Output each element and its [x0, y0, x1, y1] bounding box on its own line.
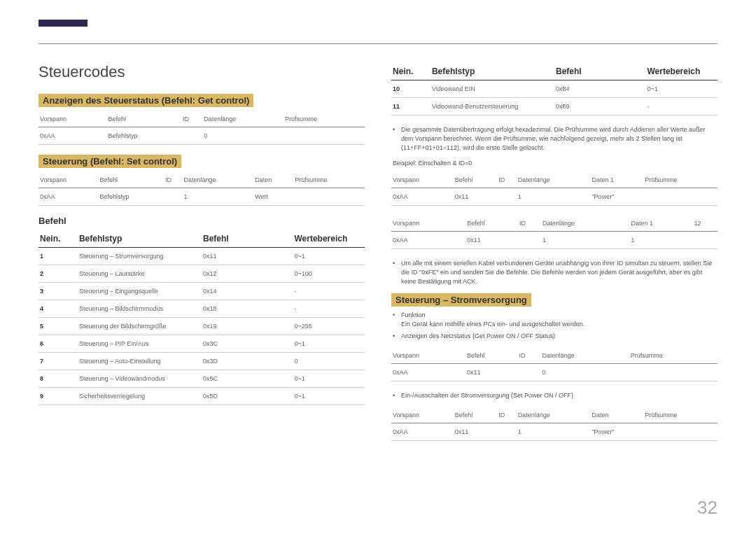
- td: 4: [38, 300, 78, 318]
- note-item: Anzeigen des Netzstatus (Get Power ON / …: [401, 332, 718, 341]
- th: Befehl: [465, 348, 518, 364]
- th: Datenlänge: [202, 111, 284, 127]
- td: 0x84: [554, 80, 645, 98]
- td: Befehlstyp: [106, 127, 181, 145]
- td: [518, 364, 541, 381]
- td: Sicherheitsverriegelung: [78, 388, 202, 405]
- td: -: [293, 283, 365, 300]
- section-heading-befehl: Befehl: [38, 216, 365, 226]
- th: Daten: [253, 172, 293, 188]
- th: Daten 1: [590, 172, 643, 188]
- example-table-2: Vorspann Befehl ID Datenlänge Daten 1 12…: [391, 216, 718, 249]
- td: 0x11: [202, 248, 293, 265]
- td: 8: [38, 370, 78, 388]
- td: 0~100: [293, 265, 365, 283]
- command-table-right: Nein. Befehlstyp Befehl Wertebereich 10V…: [391, 63, 718, 115]
- note-item: Ein-/Ausschalten der Stromversorgung (Se…: [401, 391, 718, 400]
- td: Videowand EIN: [430, 80, 554, 98]
- th: Befehl: [98, 172, 164, 188]
- td: 0x12: [202, 265, 293, 283]
- section-heading-set-control: Steuerung (Befehl: Set control): [38, 155, 181, 168]
- th: Vorspann: [391, 172, 454, 188]
- th: Wertebereich: [645, 63, 718, 80]
- td: 1: [517, 188, 591, 206]
- th: ID: [164, 172, 182, 188]
- power-table-1: Vorspann Befehl ID Datenlänge Prüfsumme …: [391, 348, 718, 381]
- th: Prüfsumme: [643, 172, 718, 188]
- example-label: Beispiel: Einschalten & ID=0: [391, 160, 718, 167]
- td: Steuerung – Bildschirmmodus: [78, 300, 202, 318]
- td: 0x11: [465, 232, 518, 249]
- td: 2: [38, 265, 78, 283]
- td: [293, 188, 365, 206]
- power-table-2: Vorspann Befehl ID Datenlänge Daten Prüf…: [391, 407, 718, 441]
- td: 0x3D: [202, 353, 293, 370]
- td: 1: [630, 232, 693, 249]
- td: 6: [38, 335, 78, 353]
- set-control-table: Vorspann Befehl ID Datenlänge Daten Prüf…: [38, 172, 365, 206]
- td: 0~1: [645, 80, 718, 98]
- th: Nein.: [391, 63, 430, 80]
- td: 5: [38, 318, 78, 335]
- td: 0~255: [293, 318, 365, 335]
- td: 0: [293, 353, 365, 370]
- th: Vorspann: [38, 111, 106, 127]
- th: Prüfsumme: [643, 407, 718, 423]
- td: 1: [182, 188, 253, 206]
- th: ID: [518, 348, 541, 364]
- td: 0xAA: [391, 232, 465, 249]
- th: Befehl: [202, 230, 293, 248]
- th: ID: [518, 216, 541, 232]
- note-item: Die gesammte Datenübertragung erfolgt he…: [401, 125, 718, 153]
- td: -: [645, 98, 718, 115]
- page-number: 32: [697, 497, 718, 519]
- td: 0xAA: [391, 423, 454, 441]
- td: 0: [202, 127, 284, 145]
- td: 1: [517, 423, 591, 441]
- td: 1: [38, 248, 78, 265]
- th: Datenlänge: [517, 407, 591, 423]
- th: Vorspann: [38, 172, 98, 188]
- power-bullets-2: Ein-/Ausschalten der Stromversorgung (Se…: [391, 391, 718, 400]
- td: Steuerung – Stromversorgung: [78, 248, 202, 265]
- td: [518, 232, 541, 249]
- th: Vorspann: [391, 216, 465, 232]
- td: 0~1: [293, 248, 365, 265]
- td: 0x5D: [202, 388, 293, 405]
- th: Prüfsumme: [629, 348, 718, 364]
- note-item: Um alle mit einem seriellen Kabel verbun…: [401, 259, 718, 286]
- th: ID: [497, 172, 516, 188]
- th: Daten 1: [630, 216, 693, 232]
- command-table-left: Nein. Befehlstyp Befehl Wertebereich 1St…: [38, 230, 365, 405]
- td: [629, 364, 718, 381]
- notes-list-2: Um alle mit einem seriellen Kabel verbun…: [391, 259, 718, 286]
- td: 10: [391, 80, 430, 98]
- td: 9: [38, 388, 78, 405]
- header-accent-bar: [38, 20, 88, 27]
- td: [497, 423, 516, 441]
- td: Befehlstyp: [98, 188, 164, 206]
- two-column-layout: Steuercodes Anzeigen des Steuerstatus (B…: [38, 63, 718, 451]
- td: 0xAA: [38, 188, 98, 206]
- td: 0x11: [454, 188, 497, 206]
- th: Nein.: [38, 230, 78, 248]
- th: Prüfsumme: [293, 172, 365, 188]
- td: 0x19: [202, 318, 293, 335]
- td: Steuerung – Auto-Einstellung: [78, 353, 202, 370]
- th: ID: [497, 407, 516, 423]
- td: 0x5C: [202, 370, 293, 388]
- td: 0xAA: [38, 127, 106, 145]
- td: Steuerung – Lautstärke: [78, 265, 202, 283]
- th: Befehl: [465, 216, 518, 232]
- th: ID: [181, 111, 202, 127]
- td: 11: [391, 98, 430, 115]
- right-column: Nein. Befehlstyp Befehl Wertebereich 10V…: [391, 63, 718, 451]
- td: [693, 232, 718, 249]
- example-table-1: Vorspann Befehl ID Datenlänge Daten 1 Pr…: [391, 172, 718, 206]
- td: 0~1: [293, 388, 365, 405]
- th: Prüfsumme: [284, 111, 365, 127]
- th: 12: [693, 216, 718, 232]
- td: 0x11: [465, 364, 518, 381]
- th: Daten: [590, 407, 643, 423]
- th: Befehl: [454, 172, 497, 188]
